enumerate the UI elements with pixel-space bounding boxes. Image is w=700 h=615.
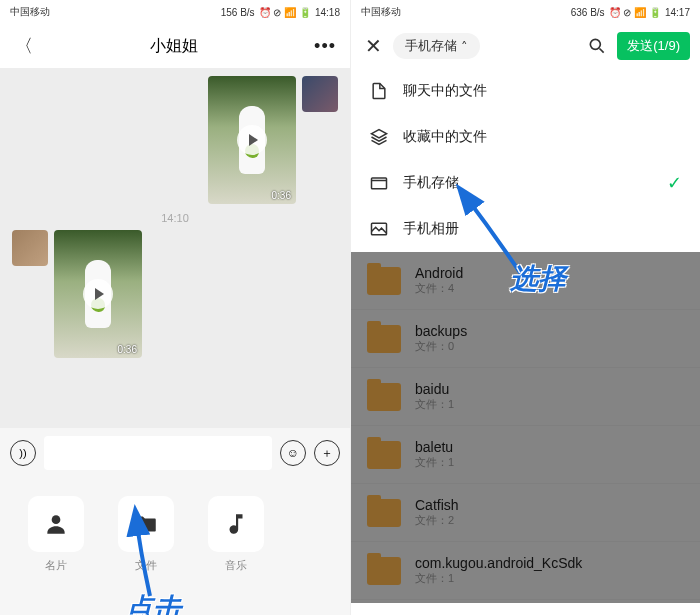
folder-list[interactable]: Android文件：4 backups文件：0 baidu文件：1 baletu… [351,252,700,603]
check-icon: ✓ [667,172,682,194]
source-chat-files[interactable]: 聊天中的文件 [351,68,700,114]
status-carrier: 中国移动 [361,5,401,19]
back-icon[interactable]: 〈 [14,36,34,56]
send-button[interactable]: 发送(1/9) [617,32,690,60]
avatar[interactable] [302,76,338,112]
source-phone-storage[interactable]: 手机存储 ✓ [351,160,700,206]
contact-icon [28,496,84,552]
status-icons: ⏰ ⊘ 📶 🔋 [259,7,311,18]
plus-icon[interactable]: ＋ [314,440,340,466]
attach-file[interactable]: 文件 [110,496,182,597]
status-icons: ⏰ ⊘ 📶 🔋 [609,7,661,18]
file-header: ✕ 手机存储 ˄ 发送(1/9) [351,24,700,68]
storage-label: 手机存储 [405,37,457,55]
status-carrier: 中国移动 [10,5,50,19]
chat-header: 〈 小姐姐 ••• [0,24,350,68]
message-input[interactable] [44,436,272,470]
status-speed: 156 B/s [221,7,255,18]
storage-dropdown[interactable]: 手机存储 ˄ [393,33,480,59]
source-phone-album[interactable]: 手机相册 [351,206,700,252]
status-time: 14:17 [665,7,690,18]
chat-screen: 中国移动 156 B/s ⏰ ⊘ 📶 🔋 14:18 〈 小姐姐 ••• 0:3… [0,0,350,615]
chat-body[interactable]: 0:36 14:10 0:36 [0,68,350,428]
attach-label: 音乐 [225,558,247,573]
video-duration: 0:36 [118,344,137,355]
source-fav-files[interactable]: 收藏中的文件 [351,114,700,160]
attach-contact[interactable]: 名片 [20,496,92,597]
avatar[interactable] [12,230,48,266]
attach-music[interactable]: 音乐 [200,496,272,597]
video-message[interactable]: 0:36 [208,76,296,204]
message-outgoing: 0:36 [12,76,338,204]
more-icon[interactable]: ••• [314,36,336,57]
emoji-icon[interactable]: ☺ [280,440,306,466]
svg-point-0 [52,515,61,524]
source-label: 收藏中的文件 [403,128,487,146]
annotation-text: 点击 [125,590,181,615]
status-speed: 636 B/s [571,7,605,18]
source-label: 手机存储 [403,174,459,192]
message-incoming: 0:36 [12,230,338,358]
svg-rect-3 [372,178,387,189]
folder-icon [118,496,174,552]
voice-icon[interactable] [10,440,36,466]
video-duration: 0:36 [272,190,291,201]
status-bar: 中国移动 636 B/s ⏰ ⊘ 📶 🔋 14:17 [351,0,700,24]
timestamp: 14:10 [12,212,338,224]
attach-label: 名片 [45,558,67,573]
chat-title: 小姐姐 [150,36,198,57]
input-bar: ☺ ＋ [0,428,350,478]
chevron-up-icon: ˄ [461,39,468,54]
source-list: 聊天中的文件 收藏中的文件 手机存储 ✓ 手机相册 [351,68,700,252]
music-icon [208,496,264,552]
file-picker-screen: 中国移动 636 B/s ⏰ ⊘ 📶 🔋 14:17 ✕ 手机存储 ˄ 发送(1… [350,0,700,615]
status-bar: 中国移动 156 B/s ⏰ ⊘ 📶 🔋 14:18 [0,0,350,24]
search-icon[interactable] [585,34,609,58]
play-icon [83,279,113,309]
attach-label: 文件 [135,558,157,573]
close-icon[interactable]: ✕ [361,34,385,58]
source-label: 聊天中的文件 [403,82,487,100]
source-label: 手机相册 [403,220,459,238]
annotation-text: 选择 [510,260,566,298]
svg-point-1 [591,39,601,49]
play-icon [237,125,267,155]
svg-line-2 [600,49,604,53]
video-message[interactable]: 0:36 [54,230,142,358]
status-time: 14:18 [315,7,340,18]
dim-overlay [351,252,700,603]
